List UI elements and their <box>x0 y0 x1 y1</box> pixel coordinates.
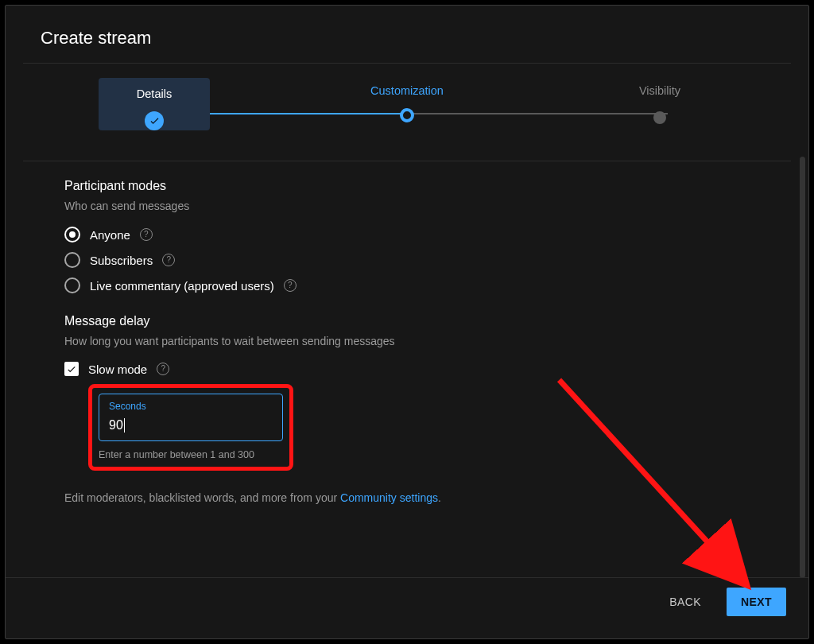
help-icon[interactable]: ? <box>157 363 169 375</box>
step-visibility[interactable]: Visibility <box>533 75 786 124</box>
step-current-icon <box>400 108 414 122</box>
dialog-create-stream: Create stream Details Customization Visi… <box>5 5 809 639</box>
step-details-label: Details <box>99 81 210 111</box>
seconds-input-label: Seconds <box>109 401 273 412</box>
checkbox-checked-icon <box>64 362 79 376</box>
seconds-input-value: 90 <box>109 418 273 433</box>
scrollbar[interactable] <box>800 157 805 578</box>
radio-option-subscribers[interactable]: Subscribers ? <box>64 252 750 268</box>
check-icon <box>145 111 164 130</box>
participant-modes-subhead: Who can send messages <box>64 200 750 212</box>
message-delay-subhead: How long you want participants to wait b… <box>64 335 750 347</box>
seconds-highlight-annotation: Seconds 90 Enter a number between 1 and … <box>88 384 293 471</box>
participant-modes-heading: Participant modes <box>64 179 750 193</box>
seconds-input[interactable]: Seconds 90 <box>99 394 283 441</box>
dialog-footer: BACK NEXT <box>6 577 808 638</box>
radio-icon <box>64 277 80 293</box>
radio-label: Live commentary (approved users) <box>90 279 274 293</box>
help-icon[interactable]: ? <box>162 254 175 266</box>
message-delay-heading: Message delay <box>64 314 750 328</box>
community-settings-footnote: Edit moderators, blacklisted words, and … <box>64 491 750 504</box>
dialog-body: Participant modes Who can send messages … <box>6 161 808 520</box>
footnote-suffix: . <box>438 491 441 504</box>
radio-option-live-commentary[interactable]: Live commentary (approved users) ? <box>64 277 750 293</box>
text-cursor-icon <box>124 418 125 433</box>
radio-label: Subscribers <box>90 254 153 267</box>
step-visibility-label: Visibility <box>533 78 786 108</box>
slow-mode-label: Slow mode <box>88 363 147 376</box>
seconds-value-text: 90 <box>109 418 123 433</box>
step-upcoming-icon <box>653 111 666 124</box>
help-icon[interactable]: ? <box>140 228 153 241</box>
dialog-title: Create stream <box>41 28 773 48</box>
back-button[interactable]: BACK <box>661 589 709 615</box>
radio-icon <box>64 252 80 268</box>
radio-icon <box>64 227 80 242</box>
step-customization[interactable]: Customization <box>281 75 533 122</box>
footnote-prefix: Edit moderators, blacklisted words, and … <box>64 491 340 504</box>
help-icon[interactable]: ? <box>284 279 297 292</box>
stepper: Details Customization Visibility <box>6 64 808 161</box>
radio-option-anyone[interactable]: Anyone ? <box>64 227 750 242</box>
step-details[interactable]: Details <box>28 75 281 134</box>
community-settings-link[interactable]: Community settings <box>340 491 438 504</box>
step-customization-label: Customization <box>281 78 533 108</box>
radio-label: Anyone <box>90 228 130 242</box>
slow-mode-checkbox-row[interactable]: Slow mode ? <box>64 362 750 376</box>
seconds-input-hint: Enter a number between 1 and 300 <box>99 449 283 460</box>
next-button[interactable]: NEXT <box>727 588 786 616</box>
dialog-header: Create stream <box>6 6 808 63</box>
